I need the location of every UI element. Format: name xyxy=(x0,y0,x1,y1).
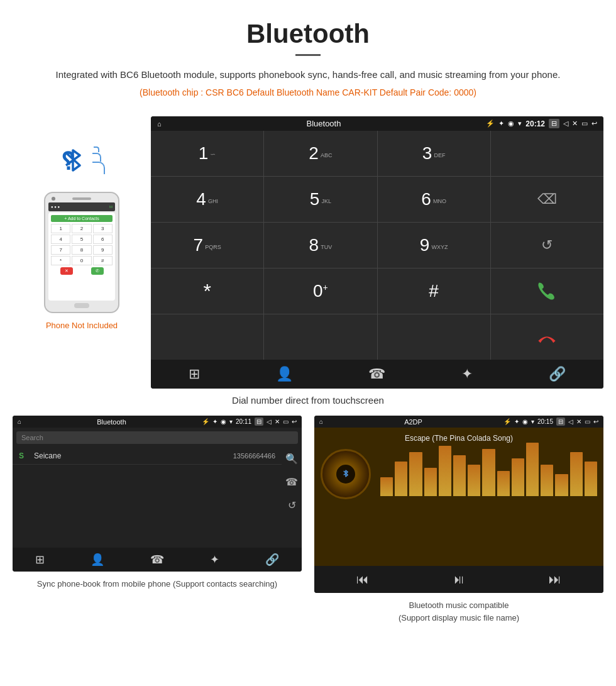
nav-user-icon[interactable]: 👤 xyxy=(276,366,293,382)
dial-key-hash[interactable]: # xyxy=(378,268,490,314)
phone-key-3: 3 xyxy=(93,224,113,233)
call-end-icon xyxy=(536,326,558,348)
bt-status-icon: ✦ xyxy=(498,119,504,128)
dial-key-1[interactable]: 1∽ xyxy=(151,131,263,176)
music-x-icon: ✕ xyxy=(576,418,581,425)
pb-contact-list: S Seicane 13566664466 xyxy=(13,448,282,516)
phone-status-strip: ● ● ● M xyxy=(48,202,115,211)
page-description: Integrated with BC6 Bluetooth module, su… xyxy=(13,67,603,82)
eq-bar xyxy=(555,474,568,496)
eq-bar xyxy=(497,471,510,496)
music-back-icon: ↩ xyxy=(593,418,598,425)
pb-cam-icon: ⊟ xyxy=(255,418,263,426)
window-icon: ▭ xyxy=(581,119,588,128)
pb-call-icon[interactable]: ☎ xyxy=(285,476,298,488)
dial-status-title: Bluetooth xyxy=(165,119,483,128)
dial-key-6[interactable]: 6MNO xyxy=(378,177,490,222)
pb-time: 20:11 xyxy=(236,418,251,425)
dial-key-star[interactable]: * xyxy=(151,268,263,314)
pb-search-placeholder: Search xyxy=(21,434,43,441)
phone-key-9: 9 xyxy=(93,245,113,255)
pb-loc-icon: ◉ xyxy=(221,418,226,425)
phonebook-panel: ⌂ Bluetooth ⚡ ✦ ◉ ▾ 20:11 ⊟ ◁ ✕ ▭ ↩ Sear… xyxy=(13,416,302,624)
music-wifi-icon: ▾ xyxy=(531,418,534,425)
dial-key-2[interactable]: 2ABC xyxy=(264,131,377,176)
pb-status-title: Bluetooth xyxy=(25,418,199,426)
phone-speaker xyxy=(72,197,91,200)
dial-refresh-key[interactable]: ↺ xyxy=(491,223,603,268)
eq-bar xyxy=(453,455,466,496)
eq-bar xyxy=(512,458,524,496)
pb-refresh-icon[interactable]: ↺ xyxy=(288,499,296,511)
phone-key-5: 5 xyxy=(72,235,91,244)
pb-spacer xyxy=(13,516,302,548)
phone-screen-header: + Add to Contacts xyxy=(51,215,113,222)
music-bluetooth-icon xyxy=(341,468,351,479)
page-title: Bluetooth xyxy=(13,19,603,49)
phone-key-4: 4 xyxy=(51,235,70,244)
pb-nav-grid[interactable]: ⊞ xyxy=(35,553,45,567)
music-controls: ⏮ ⏯ ⏭ xyxy=(314,566,603,593)
pb-nav-bt[interactable]: ✦ xyxy=(210,553,219,567)
pb-nav: ⊞ 👤 ☎ ✦ 🔗 xyxy=(13,548,302,572)
phone-key-8: 8 xyxy=(72,245,91,255)
phone-side: ␦ ● ● ● M xyxy=(13,116,151,330)
eq-bar xyxy=(395,462,407,496)
dial-nav: ⊞ 👤 ☎ ✦ 🔗 xyxy=(151,360,603,389)
pb-wifi-icon: ▾ xyxy=(229,418,233,425)
backspace-icon: ⌫ xyxy=(537,191,557,207)
eq-bar xyxy=(409,452,422,496)
eq-bar xyxy=(380,477,393,496)
eq-bar xyxy=(585,462,597,496)
phone-key-6: 6 xyxy=(93,235,113,244)
back-icon: ↩ xyxy=(591,119,597,128)
nav-grid-icon[interactable]: ⊞ xyxy=(189,366,200,382)
pb-nav-link[interactable]: 🔗 xyxy=(265,553,279,567)
pb-side-icons: 🔍 ☎ ↺ xyxy=(282,448,302,516)
dial-call-red-key[interactable] xyxy=(491,314,603,360)
dial-key-8[interactable]: 8TUV xyxy=(264,223,377,268)
music-play-icon[interactable]: ⏯ xyxy=(453,572,465,587)
phone-key-7: 7 xyxy=(51,245,70,255)
eq-bar xyxy=(570,452,583,496)
phone-device: ● ● ● M + Add to Contacts 1 2 3 4 5 6 7 … xyxy=(44,192,119,313)
dial-key-9[interactable]: 9WXYZ xyxy=(378,223,490,268)
music-prev-icon[interactable]: ⏮ xyxy=(356,572,369,587)
phone-home-button xyxy=(74,303,89,308)
eq-bar xyxy=(526,443,539,496)
pb-content-row: S Seicane 13566664466 🔍 ☎ ↺ xyxy=(13,448,302,516)
main-content: ␦ ● ● ● M xyxy=(0,116,616,389)
signal-wave-small xyxy=(94,147,99,152)
music-bt-symbol xyxy=(341,468,351,480)
camera-icon: ⊟ xyxy=(549,119,559,128)
phone-key-hash: # xyxy=(93,256,113,265)
call-green-icon xyxy=(536,280,558,302)
dial-backspace-key[interactable]: ⌫ xyxy=(491,177,603,222)
pb-search-icon[interactable]: 🔍 xyxy=(285,453,298,465)
pb-search-bar[interactable]: Search xyxy=(16,431,298,444)
phone-call-btn: ✆ xyxy=(91,267,104,275)
music-status-title: A2DP xyxy=(326,418,500,426)
pb-nav-user[interactable]: 👤 xyxy=(91,553,104,567)
dial-key-4[interactable]: 4GHI xyxy=(151,177,263,222)
nav-phone-icon[interactable]: ☎ xyxy=(368,366,385,382)
music-bt-icon: ✦ xyxy=(514,418,519,425)
phonebook-screen: ⌂ Bluetooth ⚡ ✦ ◉ ▾ 20:11 ⊟ ◁ ✕ ▭ ↩ Sear… xyxy=(13,416,302,572)
dial-key-5[interactable]: 5JKL xyxy=(264,177,377,222)
dial-call-green-key[interactable] xyxy=(491,268,603,314)
status-icons: ✦ ◉ ▾ 20:12 ⊟ ◁ ✕ ▭ ↩ xyxy=(498,119,597,128)
dial-key-3[interactable]: 3DEF xyxy=(378,131,490,176)
phone-not-included-label: Phone Not Included xyxy=(46,321,118,330)
pb-nav-phone[interactable]: ☎ xyxy=(150,553,164,567)
music-equalizer xyxy=(380,452,597,496)
dial-key-7[interactable]: 7PQRS xyxy=(151,223,263,268)
music-caption: Bluetooth music compatible(Support displ… xyxy=(314,599,603,624)
music-next-icon[interactable]: ⏭ xyxy=(549,572,561,587)
dial-key-0[interactable]: 0+ xyxy=(264,268,377,314)
page-header: Bluetooth Integrated with BC6 Bluetooth … xyxy=(0,0,616,116)
nav-bt-icon[interactable]: ✦ xyxy=(461,366,473,382)
music-loc-icon: ◉ xyxy=(522,418,528,425)
nav-link-icon[interactable]: 🔗 xyxy=(549,366,566,382)
music-panel: ⌂ A2DP ⚡ ✦ ◉ ▾ 20:15 ⊟ ◁ ✕ ▭ ↩ Escape (T… xyxy=(314,416,603,624)
eq-bar xyxy=(468,465,480,496)
